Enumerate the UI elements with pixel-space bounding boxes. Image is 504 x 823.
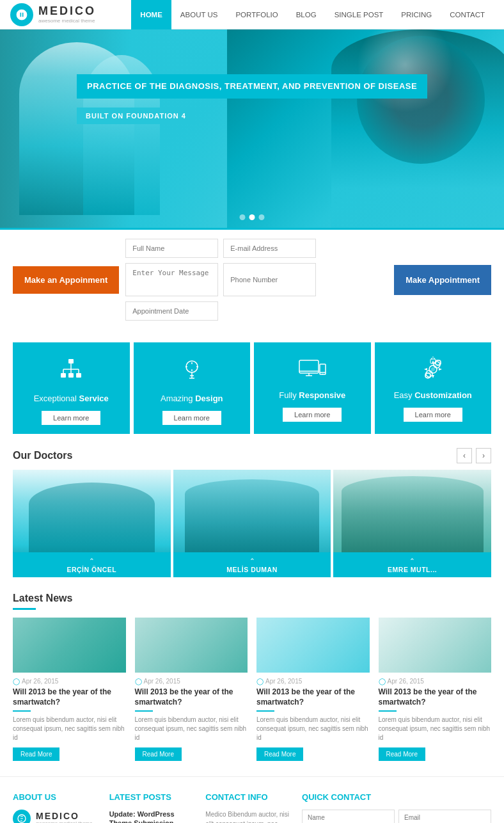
doctors-nav: ‹ ›	[457, 448, 491, 463]
feature-responsive: Fully Responsive Learn more	[254, 342, 371, 434]
email-input[interactable]	[223, 239, 316, 258]
latest-news-section: Latest News ◯ Apr 26, 2015 Will 2013 be …	[0, 590, 504, 776]
footer-logo-name: MEDICO	[36, 811, 92, 820]
feature-responsive-title: Fully Responsive	[262, 390, 363, 400]
footer-top: ABOUT US MEDICO awesome medical theme Me…	[0, 776, 504, 823]
news-date-1: ◯ Apr 26, 2015	[13, 678, 126, 685]
latest-news-title: Latest News	[13, 593, 491, 604]
hero-section: PRACTICE OF THE DIAGNOSIS, TREATMENT, AN…	[0, 29, 504, 228]
footer-contact-col: CONTACT INFO Medico Bibendum auctor, nis…	[205, 792, 289, 823]
svg-rect-1	[68, 359, 74, 364]
logo-sub: awesome medical theme	[38, 18, 96, 24]
doctor-3-name: EMRE MUTL...	[388, 566, 437, 573]
message-input[interactable]	[125, 263, 218, 296]
footer-contact-address-text: Medico Bibendum auctor, nisi elit conseq…	[205, 810, 289, 823]
appointment-label-button[interactable]: Make an Appoinment	[13, 266, 119, 294]
footer-quick-contact-title: QUICK CONTACT	[302, 792, 491, 802]
news-date-3: ◯ Apr 26, 2015	[256, 678, 370, 685]
nav-pricing[interactable]: PRICING	[392, 0, 441, 29]
feature-customization: Easy Customization Learn more	[375, 342, 492, 434]
news-date-4: ◯ Apr 26, 2015	[379, 678, 492, 685]
phone-input[interactable]	[223, 263, 316, 296]
logo-svg	[15, 8, 28, 21]
doctor-2-chevron: ⌃	[176, 557, 329, 564]
svg-point-24	[322, 374, 324, 375]
news-title-2: Will 2013 be the year of the smartwatch?	[135, 687, 248, 707]
footer-quick-contact-col: QUICK CONTACT Send	[302, 792, 491, 823]
nav-contact[interactable]: CONTACT	[441, 0, 494, 29]
svg-rect-4	[76, 373, 81, 378]
doctor-2-name: MELİS DUMAN	[226, 566, 278, 573]
our-doctors-title: Our Doctors	[13, 450, 72, 461]
latest-news-header: Latest News	[13, 590, 491, 618]
news-img-1	[13, 618, 126, 673]
nav-about[interactable]: ABOUT US	[171, 0, 227, 29]
hero-title: PRACTICE OF THE DIAGNOSIS, TREATMENT, AN…	[77, 74, 427, 99]
feature-service: Exceptional Service Learn more	[13, 342, 130, 434]
nav-portfolio[interactable]: PORTFOLIO	[226, 0, 287, 29]
clock-icon-2: ◯	[135, 678, 142, 685]
hero-dot-3[interactable]	[259, 214, 265, 220]
header: MEDICO awesome medical theme HOME ABOUT …	[0, 0, 504, 29]
news-text-2: Lorem quis bibendum auctor, nisi elit co…	[135, 715, 248, 742]
footer-about-col: ABOUT US MEDICO awesome medical theme Me…	[13, 792, 97, 823]
appointment-bar: Make an Appoinment Make Appointment	[0, 228, 504, 330]
hero-dot-2[interactable]	[249, 214, 255, 220]
read-more-3[interactable]: Read More	[256, 747, 303, 761]
logo-area: MEDICO awesome medical theme	[10, 3, 131, 26]
feature-service-title: Exceptional Service	[20, 394, 122, 403]
features-section: Exceptional Service Learn more Amazing D…	[0, 330, 504, 434]
responsive-icon	[262, 356, 363, 384]
doctor-3-name-bar: ⌃ EMRE MUTL...	[333, 552, 491, 577]
clock-icon-4: ◯	[379, 678, 386, 685]
make-appointment-button[interactable]: Make Appointment	[394, 265, 491, 295]
news-text-4: Lorem quis bibendum auctor, nisi elit co…	[379, 715, 492, 742]
doctors-prev-button[interactable]: ‹	[457, 448, 472, 463]
svg-point-33	[431, 367, 435, 371]
customization-icon	[382, 356, 484, 384]
footer-posts-col: LATEST POSTS Update: WordPress Theme Sub…	[109, 792, 193, 823]
news-card-3: ◯ Apr 26, 2015 Will 2013 be the year of …	[256, 618, 370, 761]
clock-icon-3: ◯	[256, 678, 264, 685]
news-date-2: ◯ Apr 26, 2015	[135, 678, 248, 685]
feature-design-learn[interactable]: Learn more	[162, 411, 221, 425]
nav-single-post[interactable]: SINGLE POST	[326, 0, 393, 29]
footer-post-1-title: Update: WordPress Theme Submission Requi…	[109, 810, 193, 823]
news-card-4: ◯ Apr 26, 2015 Will 2013 be the year of …	[379, 618, 492, 761]
doctors-next-button[interactable]: ›	[476, 448, 491, 463]
full-name-input[interactable]	[125, 239, 218, 258]
doctor-2-name-bar: ⌃ MELİS DUMAN	[173, 552, 331, 577]
feature-responsive-learn[interactable]: Learn more	[283, 408, 342, 422]
news-grid: ◯ Apr 26, 2015 Will 2013 be the year of …	[13, 618, 491, 761]
qc-name-input[interactable]	[302, 810, 395, 823]
doctor-3-chevron: ⌃	[336, 557, 489, 564]
logo-text: MEDICO awesome medical theme	[38, 5, 96, 24]
feature-customization-learn[interactable]: Learn more	[404, 408, 462, 422]
svg-rect-3	[68, 373, 74, 378]
doctor-card-1: ⌃ ERÇİN ÖNCEL	[13, 470, 171, 577]
hero-content: PRACTICE OF THE DIAGNOSIS, TREATMENT, AN…	[0, 29, 504, 124]
svg-rect-2	[61, 373, 66, 378]
footer-logo-sub: awesome medical theme	[36, 820, 92, 823]
footer-about-title: ABOUT US	[13, 792, 97, 802]
read-more-1[interactable]: Read More	[13, 747, 59, 761]
news-card-1: ◯ Apr 26, 2015 Will 2013 be the year of …	[13, 618, 126, 761]
hero-dots	[240, 214, 265, 220]
feature-service-learn[interactable]: Learn more	[42, 411, 100, 425]
nav-blog[interactable]: BLOG	[287, 0, 326, 29]
news-card-2: ◯ Apr 26, 2015 Will 2013 be the year of …	[135, 618, 248, 761]
footer-post-1: Update: WordPress Theme Submission Requi…	[109, 810, 193, 823]
nav-home[interactable]: HOME	[131, 0, 171, 29]
footer-logo-area: MEDICO awesome medical theme	[13, 810, 97, 823]
qc-email-input[interactable]	[398, 810, 491, 823]
read-more-4[interactable]: Read More	[379, 747, 425, 761]
read-more-2[interactable]: Read More	[135, 747, 182, 761]
feature-customization-title: Easy Customization	[382, 390, 484, 400]
news-title-3: Will 2013 be the year of the smartwatch?	[256, 687, 370, 707]
news-img-3	[256, 618, 370, 673]
hero-dot-1[interactable]	[240, 214, 246, 220]
service-icon	[20, 356, 122, 387]
date-input[interactable]	[125, 301, 218, 321]
logo-name: MEDICO	[38, 5, 96, 18]
footer-logo-icon	[13, 810, 31, 823]
